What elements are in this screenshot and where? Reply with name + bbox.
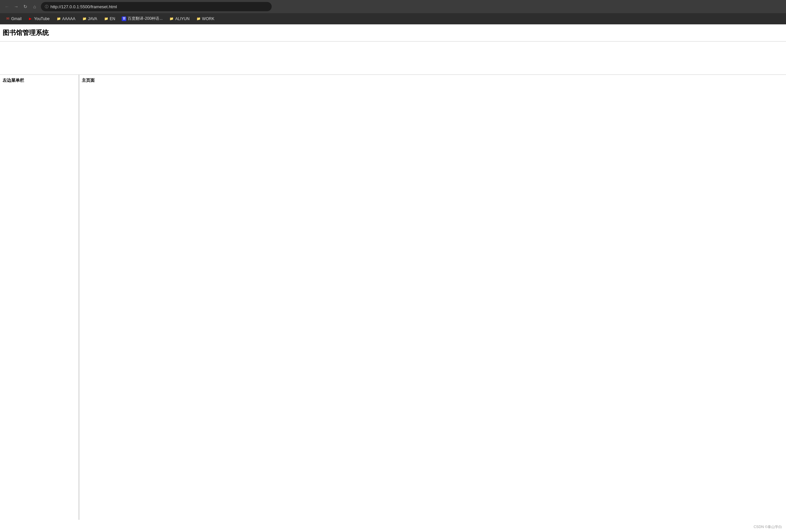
bookmark-en[interactable]: 📁 EN [101,16,118,22]
bookmark-java-label: JAVA [88,17,97,21]
folder-java-icon: 📁 [82,17,87,21]
youtube-icon: ▶ [28,17,33,21]
home-button[interactable]: ⌂ [31,3,38,10]
bookmark-work-label: WORK [202,17,214,21]
address-bar-container[interactable]: ⓘ [41,2,272,11]
reload-button[interactable]: ↻ [22,3,29,10]
bookmark-java[interactable]: 📁 JAVA [79,16,100,22]
bookmark-aaaaa[interactable]: 📁 AAAAA [54,16,78,22]
folder-aaaaa-icon: 📁 [56,17,61,21]
bookmark-youtube[interactable]: ▶ YouTube [25,16,52,22]
main-frame: 主页面 [79,75,786,520]
sidebar-label: 左边菜单栏 [3,78,24,83]
page-title: 图书馆管理系统 [3,28,783,37]
folder-aliyun-icon: 📁 [169,17,174,21]
page-content: 图书馆管理系统 左边菜单栏 主页面 [0,24,786,520]
browser-chrome: ← → ↻ ⌂ ⓘ ✉ Gmail ▶ YouTube 📁 AAAAA 📁 J [0,0,786,24]
nav-buttons: ← → ↻ ⌂ [3,3,38,10]
main-label: 主页面 [82,78,95,83]
frames-container: 左边菜单栏 主页面 [0,75,786,520]
bookmarks-bar: ✉ Gmail ▶ YouTube 📁 AAAAA 📁 JAVA 📁 EN 百 … [0,13,786,24]
folder-en-icon: 📁 [104,17,109,21]
footer-watermark: CSDN ©泰山学白 [754,525,782,529]
bookmark-aliyun[interactable]: 📁 ALIYUN [166,16,192,22]
bookmark-aliyun-label: ALIYUN [175,17,189,21]
baidu-icon: 百 [122,17,126,21]
header-spacer [0,42,786,74]
lock-icon: ⓘ [45,4,48,9]
bookmark-gmail-label: Gmail [11,17,21,21]
bookmark-work[interactable]: 📁 WORK [193,16,217,22]
bookmark-baidu-label: 百度翻译-200种语... [128,16,163,21]
sidebar-frame: 左边菜单栏 [0,75,79,520]
bookmark-gmail[interactable]: ✉ Gmail [3,16,24,22]
bookmark-baidu[interactable]: 百 百度翻译-200种语... [119,15,165,22]
browser-toolbar: ← → ↻ ⌂ ⓘ [0,0,786,13]
bookmark-youtube-label: YouTube [34,17,49,21]
back-button[interactable]: ← [3,3,10,10]
forward-button[interactable]: → [13,3,20,10]
bookmark-aaaaa-label: AAAAA [62,17,75,21]
watermark-text: CSDN ©泰山学白 [754,525,782,529]
address-input[interactable] [50,4,268,9]
folder-work-icon: 📁 [196,17,201,21]
bookmark-en-label: EN [110,17,115,21]
header-frame: 图书馆管理系统 [0,24,786,42]
gmail-icon: ✉ [5,17,10,21]
